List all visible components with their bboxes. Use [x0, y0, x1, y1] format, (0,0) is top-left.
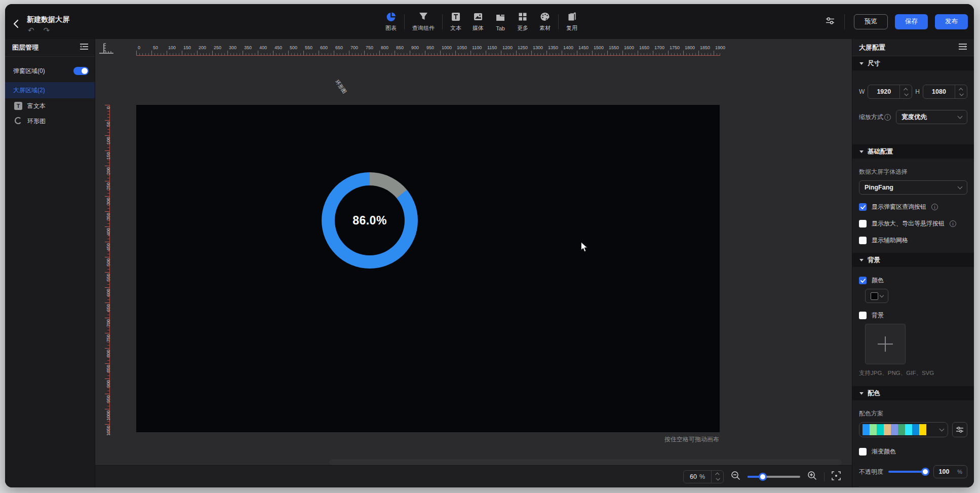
tool-media[interactable]: 媒体: [467, 11, 489, 32]
checkbox-row-grid[interactable]: 显示辅助网格: [859, 236, 967, 245]
zoom-slider[interactable]: [748, 476, 800, 478]
palette-swatch: [870, 424, 877, 435]
palette-swatch: [877, 424, 884, 435]
scale-mode-label: 缩放方式: [859, 113, 883, 122]
info-icon: i: [931, 204, 938, 210]
palette-swatch: [912, 424, 919, 435]
tool-reuse[interactable]: 复用: [561, 11, 583, 32]
main-area: 图层管理 弹窗区域(0) 大屏区域(2) T 富文本 环形图: [5, 39, 974, 487]
checkbox-row-float-buttons[interactable]: 显示放大、导出等悬浮按钮 i: [859, 219, 967, 228]
height-stepper[interactable]: [955, 85, 967, 98]
chevron-down-icon: [879, 293, 883, 297]
publish-button[interactable]: 发布: [935, 14, 968, 29]
donut-chart[interactable]: 86.0%: [319, 170, 420, 271]
zoom-slider-knob[interactable]: [759, 473, 767, 481]
height-input[interactable]: 1080: [923, 85, 967, 99]
checkbox-row-query-button[interactable]: 显示弹窗区查询按钮 i: [859, 203, 967, 211]
toolbar-divider: [558, 14, 559, 29]
font-select-label: 数据大屏字体选择: [859, 168, 967, 176]
bg-image-upload[interactable]: [865, 324, 906, 364]
settings-sliders-icon[interactable]: [825, 16, 835, 28]
horizontal-ruler: 0501001502002503003504004505005506006507…: [136, 44, 720, 56]
dashboard-screen[interactable]: 86.0%: [136, 105, 720, 432]
layer-item-ring-chart[interactable]: 环形图: [5, 113, 95, 129]
zoom-unit: %: [699, 473, 705, 480]
checkbox-row-gradient[interactable]: 渐变颜色: [859, 447, 967, 456]
ring-chart-icon: [14, 117, 22, 126]
divider: [824, 472, 825, 481]
opacity-input[interactable]: 100 %: [933, 465, 967, 478]
section-header-basic[interactable]: 基础配置: [852, 144, 974, 159]
topbar-divider: [844, 14, 845, 29]
checkbox[interactable]: [859, 312, 867, 319]
layer-item-screen-area[interactable]: 大屏区域(2): [5, 82, 95, 98]
filter-icon: [418, 11, 429, 22]
toolbar-divider: [442, 14, 443, 29]
checkbox[interactable]: [859, 203, 867, 211]
zoom-bar: 60 %: [95, 465, 852, 487]
editor-window: 新建数据大屏 ↶ ↷ 图表 查询组件: [5, 4, 974, 487]
scheme-settings-button[interactable]: [952, 422, 967, 437]
tool-text[interactable]: 文本: [445, 11, 467, 32]
panel-menu-icon[interactable]: [958, 43, 967, 52]
section-header-palette[interactable]: 配色: [852, 386, 974, 400]
palette-swatch: [919, 424, 926, 435]
opacity-label: 不透明度: [859, 468, 883, 476]
checkbox[interactable]: [859, 277, 867, 284]
opacity-slider-knob[interactable]: [921, 468, 929, 476]
size-section-body: W 1920 H 1080 缩放方式i 宽度优先: [852, 85, 974, 144]
height-label: H: [915, 88, 920, 95]
more-grid-icon: [517, 11, 528, 22]
font-select[interactable]: PingFang: [859, 180, 967, 195]
section-header-size[interactable]: 尺寸: [852, 56, 974, 70]
chevron-down-icon: [958, 184, 963, 189]
color-scheme-select[interactable]: [859, 422, 948, 437]
checkbox[interactable]: [859, 237, 867, 244]
canvas-drag-hint: 按住空格可拖动画布: [664, 435, 719, 444]
rich-text-icon: T: [14, 102, 22, 110]
tool-query[interactable]: 查询组件: [407, 11, 440, 32]
zoom-out-icon[interactable]: [731, 471, 740, 482]
popup-area-toggle[interactable]: [73, 67, 89, 75]
fit-screen-icon[interactable]: [832, 471, 841, 482]
topbar-actions: 预览 保存 发布: [825, 4, 968, 39]
redo-icon[interactable]: ↷: [44, 26, 50, 34]
checkbox[interactable]: [859, 220, 867, 227]
basic-section-body: 数据大屏字体选择 PingFang 显示弹窗区查询按钮 i 显示放大: [852, 168, 974, 253]
back-icon[interactable]: [13, 19, 19, 30]
save-button[interactable]: 保存: [895, 14, 928, 29]
checkbox-row-bg-color[interactable]: 颜色: [859, 276, 967, 285]
bg-color-picker[interactable]: [865, 289, 888, 303]
divider: [859, 486, 967, 487]
tool-chart[interactable]: 图表: [380, 11, 402, 32]
tool-more[interactable]: 更多: [512, 11, 534, 32]
opacity-slider[interactable]: [888, 471, 928, 473]
width-input[interactable]: 1920: [868, 85, 912, 99]
section-header-background[interactable]: 背景: [852, 253, 974, 267]
opacity-row: 不透明度 100 %: [859, 465, 967, 478]
layer-item-popup-area[interactable]: 弹窗区域(0): [5, 63, 95, 79]
horizontal-scrollbar[interactable]: [329, 459, 842, 465]
toolbar-divider: [404, 14, 405, 29]
checkbox-row-bg-image[interactable]: 背景: [859, 311, 967, 320]
layers-panel-title: 图层管理: [12, 43, 38, 52]
zoom-stepper[interactable]: [711, 471, 723, 483]
color-swatch: [871, 292, 878, 300]
collapse-panel-icon[interactable]: [80, 43, 89, 52]
plus-icon: [878, 336, 893, 352]
pie-chart-icon: [385, 11, 397, 22]
scale-mode-select[interactable]: 宽度优先: [896, 110, 967, 124]
checkbox[interactable]: [859, 448, 867, 456]
background-section-body: 颜色 背景 支持JPG、PNG、GIF、SVG: [852, 276, 974, 386]
layer-item-richtext[interactable]: T 富文本: [5, 98, 95, 113]
config-panel-title: 大屏配置: [859, 43, 885, 52]
undo-icon[interactable]: ↶: [28, 26, 34, 34]
canvas-area[interactable]: 0501001502002503003504004505005506006507…: [95, 39, 852, 487]
zoom-percent-input[interactable]: 60 %: [683, 470, 724, 483]
tool-material[interactable]: 素材: [534, 11, 556, 32]
preview-button[interactable]: 预览: [854, 14, 888, 29]
width-stepper[interactable]: [899, 85, 912, 98]
zoom-in-icon[interactable]: [807, 471, 817, 482]
tool-tab[interactable]: Tab: [489, 12, 512, 31]
config-panel: 大屏配置 尺寸 W 1920 H 10: [852, 39, 974, 487]
